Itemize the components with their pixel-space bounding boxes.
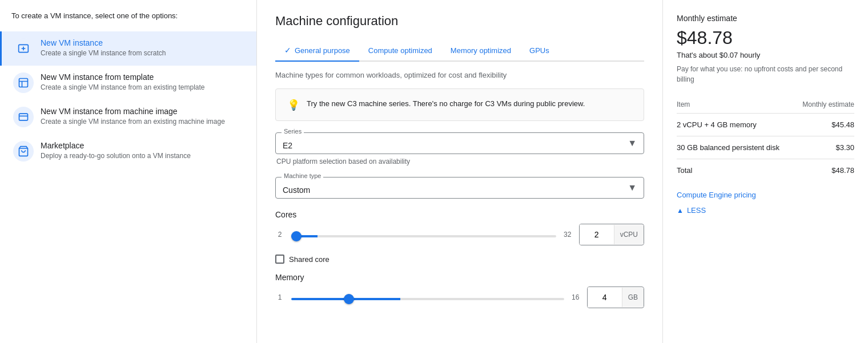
table-row-estimate-0: $45.48 xyxy=(795,114,854,136)
cores-slider-container xyxy=(291,230,556,239)
tab-label-compute-optimized: Compute optimized xyxy=(368,46,432,55)
cpu-hint: CPU platform selection based on availabi… xyxy=(275,158,644,166)
sidebar-item-title-new-vm: New VM instance xyxy=(41,38,245,47)
svg-rect-2 xyxy=(19,114,28,120)
series-field-group: Series E2 ▼ CPU platform selection based… xyxy=(275,132,644,166)
sidebar-icon-marketplace xyxy=(13,141,34,162)
estimate-title: Monthly estimate xyxy=(677,14,854,23)
sidebar-item-new-vm[interactable]: New VM instance Create a single VM insta… xyxy=(0,31,256,66)
estimate-note: Pay for what you use: no upfront costs a… xyxy=(677,64,854,84)
machine-type-select[interactable]: Machine type Custom ▼ xyxy=(275,177,644,199)
series-arrow-icon: ▼ xyxy=(628,138,637,148)
sidebar-item-new-vm-machine-image[interactable]: New VM instance from machine image Creat… xyxy=(0,100,256,134)
sidebar-item-desc-new-vm-machine-image: Create a single VM instance from an exis… xyxy=(41,117,245,127)
sidebar-item-desc-marketplace: Deploy a ready-to-go solution onto a VM … xyxy=(41,151,245,161)
table-col-item: Item xyxy=(677,96,795,114)
cores-max: 32 xyxy=(563,231,572,239)
tab-general-purpose[interactable]: ✓General purpose xyxy=(275,40,359,62)
machine-type-field-group: Machine type Custom ▼ xyxy=(275,177,644,199)
sidebar-item-new-vm-template[interactable]: New VM instance from template Create a s… xyxy=(0,66,256,100)
table-row-item-1: 30 GB balanced persistent disk xyxy=(677,136,795,159)
info-icon: 💡 xyxy=(287,99,300,111)
memory-input[interactable] xyxy=(588,287,622,308)
tabs-container: ✓General purposeCompute optimizedMemory … xyxy=(275,40,644,62)
shared-core-checkbox[interactable] xyxy=(275,255,284,264)
sidebar-intro: To create a VM instance, select one of t… xyxy=(0,11,256,31)
memory-slider-row: 1 16 GB xyxy=(275,286,644,308)
memory-max: 16 xyxy=(571,293,580,301)
sidebar-item-marketplace[interactable]: Marketplace Deploy a ready-to-go solutio… xyxy=(0,134,256,168)
tab-gpus[interactable]: GPUs xyxy=(520,40,558,62)
memory-slider-container xyxy=(291,293,564,302)
tab-memory-optimized[interactable]: Memory optimized xyxy=(441,40,520,62)
svg-rect-1 xyxy=(19,79,28,87)
cores-section: Cores 2 32 vCPU xyxy=(275,210,644,245)
memory-input-group: GB xyxy=(587,286,644,308)
info-banner: 💡 Try the new C3 machine series. There's… xyxy=(275,88,644,121)
info-banner-text: Try the new C3 machine series. There's n… xyxy=(307,98,585,110)
less-label: LESS xyxy=(687,206,706,215)
memory-title: Memory xyxy=(275,273,644,282)
memory-min: 1 xyxy=(275,293,284,301)
memory-slider[interactable] xyxy=(291,298,564,300)
machine-type-arrow-icon: ▼ xyxy=(628,183,637,193)
sidebar-icon-new-vm-machine-image xyxy=(13,107,34,127)
table-col-estimate: Monthly estimate xyxy=(795,96,854,114)
cores-min: 2 xyxy=(275,231,284,239)
sidebar-item-desc-new-vm-template: Create a single VM instance from an exis… xyxy=(41,83,245,92)
estimate-table: Item Monthly estimate 2 vCPU + 4 GB memo… xyxy=(677,96,854,181)
tab-compute-optimized[interactable]: Compute optimized xyxy=(359,40,441,62)
sidebar-icon-new-vm xyxy=(13,38,34,59)
cores-input-group: vCPU xyxy=(579,224,644,245)
right-panel: Monthly estimate $48.78 That's about $0.… xyxy=(662,0,868,343)
table-row: 2 vCPU + 4 GB memory $45.48 xyxy=(677,114,854,136)
table-total-label: Total xyxy=(677,159,795,182)
machine-type-label: Machine type xyxy=(282,172,323,179)
table-row: 30 GB balanced persistent disk $3.30 xyxy=(677,136,854,159)
sidebar-item-title-marketplace: Marketplace xyxy=(41,141,245,150)
sidebar-item-desc-new-vm: Create a single VM instance from scratch xyxy=(41,49,245,58)
estimate-hourly: That's about $0.07 hourly xyxy=(677,51,854,59)
sidebar-icon-new-vm-template xyxy=(13,72,34,93)
series-select[interactable]: Series E2 ▼ xyxy=(275,132,644,154)
estimate-price: $48.78 xyxy=(677,27,854,49)
cores-slider[interactable] xyxy=(291,235,556,237)
table-row-item-0: 2 vCPU + 4 GB memory xyxy=(677,114,795,136)
series-value: E2 xyxy=(283,141,292,150)
machine-type-value: Custom xyxy=(283,185,310,195)
tab-label-gpus: GPUs xyxy=(529,46,549,55)
main-content: Machine configuration ✓General purposeCo… xyxy=(257,0,662,343)
machine-subtitle: Machine types for common workloads, opti… xyxy=(275,71,644,79)
cores-title: Cores xyxy=(275,210,644,219)
shared-core-label[interactable]: Shared core xyxy=(289,255,329,264)
pricing-link[interactable]: Compute Engine pricing xyxy=(677,191,854,199)
tab-label-memory-optimized: Memory optimized xyxy=(451,46,511,55)
tab-label-general-purpose: General purpose xyxy=(295,46,350,55)
memory-unit: GB xyxy=(622,288,644,307)
cores-slider-row: 2 32 vCPU xyxy=(275,224,644,245)
cores-input[interactable] xyxy=(580,224,614,245)
memory-section: Memory 1 16 GB xyxy=(275,273,644,308)
sidebar-item-title-new-vm-machine-image: New VM instance from machine image xyxy=(41,107,245,116)
tab-check-icon: ✓ xyxy=(284,46,291,55)
less-arrow-icon: ▲ xyxy=(677,207,684,215)
shared-core-row: Shared core xyxy=(275,255,644,264)
cores-unit: vCPU xyxy=(614,225,644,244)
table-row-estimate-1: $3.30 xyxy=(795,136,854,159)
page-title: Machine configuration xyxy=(275,14,644,29)
table-total-value: $48.78 xyxy=(795,159,854,182)
series-label: Series xyxy=(282,128,304,135)
sidebar: To create a VM instance, select one of t… xyxy=(0,0,257,343)
sidebar-item-title-new-vm-template: New VM instance from template xyxy=(41,72,245,82)
less-button[interactable]: ▲ LESS xyxy=(677,206,854,215)
